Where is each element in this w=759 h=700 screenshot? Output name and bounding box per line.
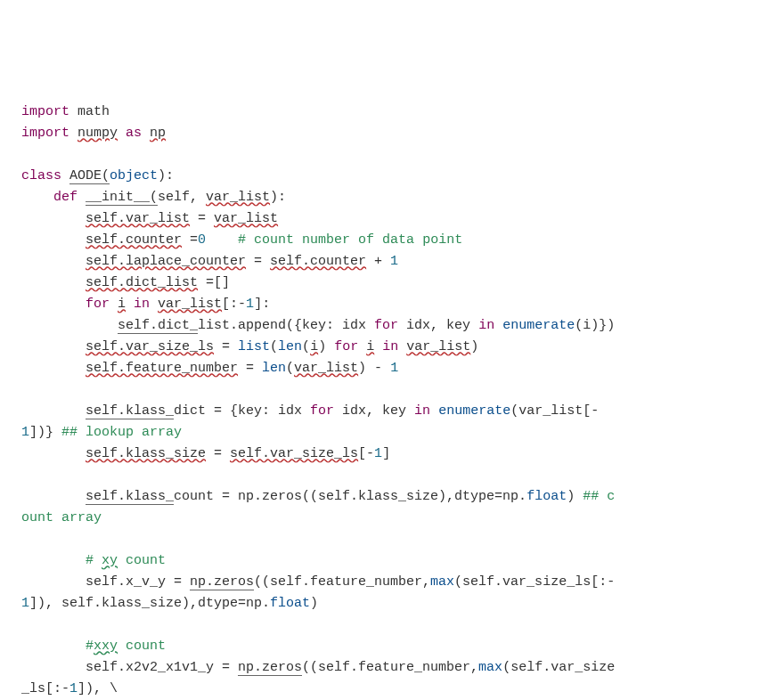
code-token: i bbox=[310, 339, 318, 354]
code-token bbox=[21, 489, 86, 504]
code-token: 1 bbox=[69, 681, 78, 696]
code-token: __init__( bbox=[86, 190, 158, 206]
code-token: var_list bbox=[294, 361, 358, 376]
code-line: # xy count bbox=[21, 550, 738, 572]
code-token: self.var_size_ls bbox=[230, 446, 358, 461]
code-token: ) bbox=[567, 489, 583, 504]
code-token: self.klass_ bbox=[86, 403, 174, 419]
code-token: self.x_v_y = bbox=[21, 574, 190, 590]
code-line: #xxy count bbox=[21, 636, 738, 657]
code-token: [:- bbox=[222, 297, 246, 312]
code-token: _ls[:- bbox=[21, 681, 69, 696]
code-token: ]), self.klass_size),dtype=np. bbox=[29, 596, 270, 611]
code-token: self, bbox=[158, 190, 206, 205]
code-token: 0 bbox=[198, 232, 206, 248]
code-token: enumerate bbox=[438, 403, 510, 419]
code-token: in bbox=[134, 297, 158, 312]
code-line: 1])} ## lookup array bbox=[21, 422, 738, 444]
code-token: ) bbox=[318, 339, 334, 354]
code-token: ## c bbox=[583, 489, 615, 504]
code-token bbox=[21, 297, 86, 312]
code-token: np bbox=[150, 126, 166, 141]
code-token: = bbox=[238, 361, 262, 376]
code-token: float bbox=[270, 596, 310, 611]
code-token: numpy bbox=[78, 126, 118, 141]
code-line: self.x_v_y = np.zeros((self.feature_numb… bbox=[21, 572, 738, 593]
code-token: self.laplace_counter bbox=[86, 254, 246, 269]
code-token bbox=[21, 339, 86, 354]
code-line: ount array bbox=[21, 508, 738, 529]
code-line: import math bbox=[21, 102, 738, 123]
code-token: self.dict_ bbox=[118, 318, 198, 334]
code-token: ) bbox=[470, 339, 478, 354]
code-line: self.x2v2_x1v1_y = np.zeros((self.featur… bbox=[21, 657, 738, 679]
code-line: self.klass_count = np.zeros((self.klass_… bbox=[21, 486, 738, 508]
code-token: as bbox=[126, 126, 150, 141]
code-line: self.klass_size = self.var_size_ls[-1] bbox=[21, 444, 738, 465]
code-token: (var_list[- bbox=[510, 403, 599, 419]
code-token bbox=[126, 297, 134, 312]
code-token bbox=[21, 446, 86, 461]
code-token bbox=[374, 339, 382, 354]
code-line: self.feature_number = len(var_list) - 1 bbox=[21, 358, 738, 379]
code-token: (self.var_size bbox=[502, 660, 615, 675]
code-token: self.klass_size bbox=[86, 446, 206, 461]
code-token: ## lookup array bbox=[61, 425, 182, 440]
code-token: var_list bbox=[214, 211, 278, 226]
code-token: var_list bbox=[406, 339, 470, 354]
code-token: ount array bbox=[21, 510, 102, 525]
code-token: ): bbox=[158, 168, 174, 183]
code-line: class AODE(object): bbox=[21, 166, 738, 187]
code-token: self.x2v2_x1v1_y = bbox=[21, 660, 238, 675]
code-token: # count number of data point bbox=[238, 232, 462, 248]
code-token: float bbox=[526, 489, 567, 504]
code-token: 1 bbox=[390, 361, 398, 376]
code-line: self.dict_list.append({key: idx for idx,… bbox=[21, 315, 738, 337]
code-token bbox=[206, 232, 238, 248]
code-token: self.var_list bbox=[86, 211, 190, 226]
code-token: ) - bbox=[358, 361, 390, 376]
code-token: # bbox=[86, 553, 102, 568]
code-token: for bbox=[86, 297, 118, 312]
code-token: self.counter bbox=[86, 232, 182, 248]
code-token bbox=[21, 254, 86, 269]
code-line: self.var_size_ls = list(len(i) for i in … bbox=[21, 337, 738, 358]
code-token: list.append({key: idx bbox=[198, 318, 374, 333]
code-token: AODE( bbox=[69, 168, 110, 184]
code-line bbox=[21, 529, 738, 550]
code-token: idx, key bbox=[406, 318, 478, 333]
code-token: def bbox=[53, 190, 86, 205]
code-token: len bbox=[278, 339, 302, 354]
code-token: max bbox=[478, 660, 502, 675]
code-token: ]), \ bbox=[78, 681, 118, 696]
code-token: for bbox=[310, 403, 342, 419]
code-line: _ls[:-1]), \ bbox=[21, 679, 738, 700]
code-token: list bbox=[238, 339, 270, 354]
code-token: xy bbox=[102, 553, 118, 568]
code-token: count bbox=[118, 639, 166, 654]
code-token: ]: bbox=[254, 297, 270, 312]
code-token: xxy bbox=[94, 639, 118, 654]
code-token bbox=[21, 232, 86, 248]
code-line: 1]), self.klass_size),dtype=np.float) bbox=[21, 593, 738, 615]
code-token: 1 bbox=[246, 297, 254, 312]
code-token: # bbox=[86, 639, 94, 654]
code-token bbox=[21, 403, 86, 419]
code-token: in bbox=[478, 318, 502, 333]
code-token: self.dict_list bbox=[86, 275, 198, 290]
code-token: (i)}) bbox=[575, 318, 615, 333]
code-token: ])} bbox=[29, 425, 61, 440]
code-token: ] bbox=[382, 446, 390, 461]
code-token bbox=[21, 639, 86, 654]
code-line bbox=[21, 144, 738, 166]
code-token: class bbox=[21, 168, 69, 183]
code-token: 1 bbox=[390, 254, 398, 269]
code-line: self.dict_list =[] bbox=[21, 273, 738, 294]
code-line bbox=[21, 465, 738, 486]
code-token: ): bbox=[270, 190, 286, 205]
code-line: self.var_list = var_list bbox=[21, 208, 738, 230]
code-token: 1 bbox=[374, 446, 382, 461]
code-token: ((self.feature_number, bbox=[302, 660, 478, 675]
code-token: in bbox=[382, 339, 406, 354]
code-token: np.zeros bbox=[190, 574, 254, 590]
